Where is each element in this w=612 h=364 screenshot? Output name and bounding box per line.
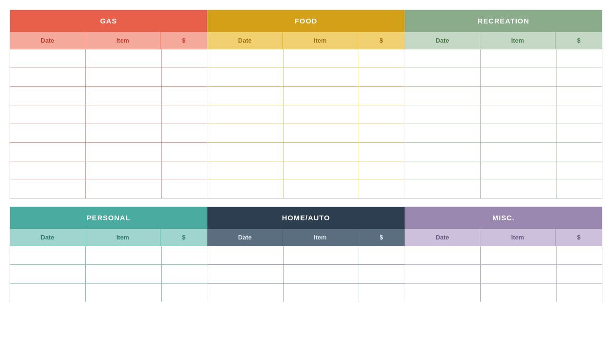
food-dollar-5[interactable] xyxy=(359,124,404,142)
homeauto-item-2[interactable] xyxy=(283,265,359,283)
rec-date-3[interactable] xyxy=(405,87,481,105)
gas-dollar-6[interactable] xyxy=(162,143,207,161)
food-dollar-2[interactable] xyxy=(359,68,404,86)
food-date-4[interactable] xyxy=(207,105,283,124)
rec-item-2[interactable] xyxy=(481,68,556,86)
gas-item-3[interactable] xyxy=(86,87,161,105)
homeauto-dollar-2[interactable] xyxy=(359,265,404,283)
food-item-4[interactable] xyxy=(283,105,359,124)
gas-dollar-4[interactable] xyxy=(162,105,207,124)
rec-dollar-5[interactable] xyxy=(557,124,602,142)
rec-item-6[interactable] xyxy=(481,143,556,161)
food-dollar-7[interactable] xyxy=(359,161,404,180)
rec-date-5[interactable] xyxy=(405,124,481,142)
food-dollar-3[interactable] xyxy=(359,87,404,105)
food-date-2[interactable] xyxy=(207,68,283,86)
gas-item-2[interactable] xyxy=(86,68,161,86)
gas-item-6[interactable] xyxy=(86,143,161,161)
homeauto-dollar-1[interactable] xyxy=(359,246,404,264)
gas-dollar-2[interactable] xyxy=(162,68,207,86)
food-dollar-4[interactable] xyxy=(359,105,404,124)
personal-date-1[interactable] xyxy=(10,246,86,264)
personal-item-3[interactable] xyxy=(86,284,161,302)
rec-dollar-2[interactable] xyxy=(557,68,602,86)
rec-dollar-4[interactable] xyxy=(557,105,602,124)
rec-dollar-6[interactable] xyxy=(557,143,602,161)
gas-item-8[interactable] xyxy=(86,180,161,198)
gas-dollar-8[interactable] xyxy=(162,180,207,198)
food-item-8[interactable] xyxy=(283,180,359,198)
gas-dollar-7[interactable] xyxy=(162,161,207,180)
rec-item-8[interactable] xyxy=(481,180,556,198)
food-dollar-6[interactable] xyxy=(359,143,404,161)
food-date-6[interactable] xyxy=(207,143,283,161)
personal-dollar-1[interactable] xyxy=(162,246,207,264)
personal-dollar-3[interactable] xyxy=(162,284,207,302)
misc-dollar-3[interactable] xyxy=(557,284,602,302)
food-item-5[interactable] xyxy=(283,124,359,142)
food-item-1[interactable] xyxy=(283,49,359,68)
gas-dollar-1[interactable] xyxy=(162,49,207,68)
gas-item-1[interactable] xyxy=(86,49,161,68)
misc-date-2[interactable] xyxy=(405,265,481,283)
homeauto-dollar-3[interactable] xyxy=(359,284,404,302)
misc-date-3[interactable] xyxy=(405,284,481,302)
gas-item-5[interactable] xyxy=(86,124,161,142)
gas-date-3[interactable] xyxy=(10,87,86,105)
rec-item-7[interactable] xyxy=(481,161,556,180)
food-item-7[interactable] xyxy=(283,161,359,180)
food-item-6[interactable] xyxy=(283,143,359,161)
rec-item-5[interactable] xyxy=(481,124,556,142)
rec-item-3[interactable] xyxy=(481,87,556,105)
rec-date-7[interactable] xyxy=(405,161,481,180)
homeauto-item-3[interactable] xyxy=(283,284,359,302)
food-dollar-1[interactable] xyxy=(359,49,404,68)
homeauto-item-1[interactable] xyxy=(283,246,359,264)
gas-dollar-3[interactable] xyxy=(162,87,207,105)
misc-item-3[interactable] xyxy=(481,284,556,302)
misc-item-2[interactable] xyxy=(481,265,556,283)
misc-dollar-2[interactable] xyxy=(557,265,602,283)
homeauto-date-1[interactable] xyxy=(207,246,283,264)
food-date-5[interactable] xyxy=(207,124,283,142)
gas-item-4[interactable] xyxy=(86,105,161,124)
gas-date-7[interactable] xyxy=(10,161,86,180)
gas-date-1[interactable] xyxy=(10,49,86,68)
rec-date-2[interactable] xyxy=(405,68,481,86)
misc-date-1[interactable] xyxy=(405,246,481,264)
gas-date-2[interactable] xyxy=(10,68,86,86)
homeauto-date-3[interactable] xyxy=(207,284,283,302)
table-row xyxy=(405,180,602,198)
rec-date-6[interactable] xyxy=(405,143,481,161)
rec-date-4[interactable] xyxy=(405,105,481,124)
rec-dollar-3[interactable] xyxy=(557,87,602,105)
rec-item-4[interactable] xyxy=(481,105,556,124)
gas-dollar-5[interactable] xyxy=(162,124,207,142)
personal-item-2[interactable] xyxy=(86,265,161,283)
rec-item-1[interactable] xyxy=(481,49,556,68)
food-dollar-8[interactable] xyxy=(359,180,404,198)
rec-dollar-8[interactable] xyxy=(557,180,602,198)
misc-dollar-1[interactable] xyxy=(557,246,602,264)
rec-date-8[interactable] xyxy=(405,180,481,198)
food-date-3[interactable] xyxy=(207,87,283,105)
food-item-3[interactable] xyxy=(283,87,359,105)
rec-date-1[interactable] xyxy=(405,49,481,68)
gas-item-7[interactable] xyxy=(86,161,161,180)
homeauto-date-2[interactable] xyxy=(207,265,283,283)
gas-date-8[interactable] xyxy=(10,180,86,198)
personal-date-2[interactable] xyxy=(10,265,86,283)
gas-date-6[interactable] xyxy=(10,143,86,161)
food-date-1[interactable] xyxy=(207,49,283,68)
rec-dollar-7[interactable] xyxy=(557,161,602,180)
personal-item-1[interactable] xyxy=(86,246,161,264)
food-item-2[interactable] xyxy=(283,68,359,86)
gas-date-5[interactable] xyxy=(10,124,86,142)
personal-dollar-2[interactable] xyxy=(162,265,207,283)
food-date-8[interactable] xyxy=(207,180,283,198)
gas-date-4[interactable] xyxy=(10,105,86,124)
rec-dollar-1[interactable] xyxy=(557,49,602,68)
misc-item-1[interactable] xyxy=(481,246,556,264)
personal-date-3[interactable] xyxy=(10,284,86,302)
food-date-7[interactable] xyxy=(207,161,283,180)
